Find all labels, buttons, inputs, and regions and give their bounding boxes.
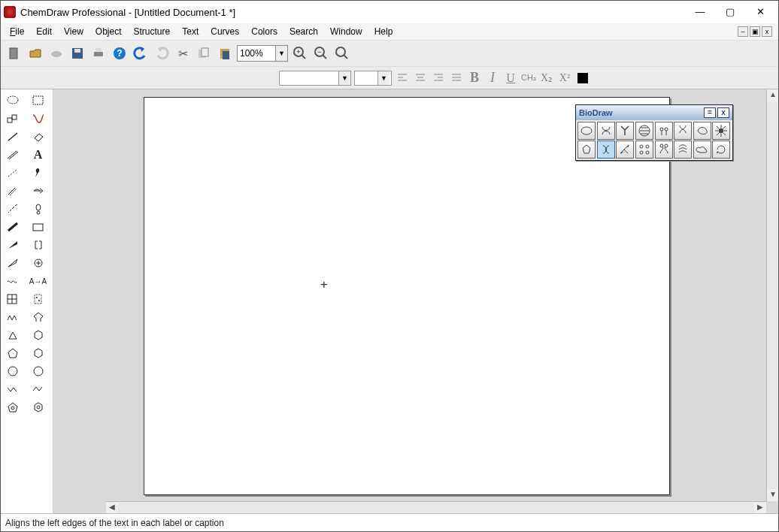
menu-edit[interactable]: Edit [30,25,58,38]
menu-help[interactable]: Help [368,25,399,38]
close-button[interactable]: ✕ [745,2,775,23]
pentagon-tool[interactable] [2,345,23,361]
marquee-tool[interactable] [28,92,49,109]
fragment-tool[interactable] [28,110,49,127]
text-tool[interactable]: A [28,147,49,163]
zoom-in-button[interactable]: + [291,44,309,62]
menu-object[interactable]: Object [89,25,128,38]
align-right-button[interactable] [431,71,446,86]
solid-bond-tool[interactable] [2,128,23,145]
chem-symbol-tool[interactable] [28,255,49,271]
open-button[interactable] [26,44,44,62]
atom-label-tool[interactable]: A→A [28,273,49,289]
mdi-close-button[interactable]: x [762,26,772,37]
scroll-left-button[interactable]: ◀ [106,502,118,514]
menu-curves[interactable]: Curves [205,25,245,38]
menu-file[interactable]: File [4,25,30,38]
hash-wedge-tool[interactable] [2,255,23,271]
multi-bond-tool[interactable] [2,147,23,163]
italic-button[interactable]: I [485,71,500,86]
bio-micelle-icon[interactable] [655,122,673,140]
bio-enzyme-icon[interactable] [693,122,711,140]
formula-button[interactable]: CH₂ [521,71,536,86]
new-button[interactable] [5,44,23,62]
bio-golgi-icon[interactable] [674,141,692,159]
print-button[interactable] [89,44,108,62]
chain-tool[interactable] [2,309,23,325]
eraser-tool[interactable] [28,128,49,145]
horizontal-scrollbar[interactable]: ◀ ▶ [106,501,766,513]
wedge-bond-tool[interactable] [2,201,23,217]
align-left-button[interactable] [395,71,410,86]
biodraw-header[interactable]: BioDraw = x [576,105,732,120]
subscript-button[interactable]: X₂ [539,71,554,86]
menu-text[interactable]: Text [176,25,205,38]
tlc-tool[interactable] [28,291,49,307]
struct-perspect-tool[interactable] [2,110,23,127]
biodraw-palette[interactable]: BioDraw = x [575,104,733,161]
orbital-tool[interactable] [28,201,49,217]
vertical-scrollbar[interactable]: ▲ ▼ [766,89,778,501]
bio-coil-icon[interactable] [635,122,653,140]
save-button[interactable] [68,44,86,62]
table-tool[interactable] [2,291,23,307]
zoom-dropdown[interactable]: ▼ [275,46,287,61]
size-dropdown[interactable]: ▼ [377,71,390,85]
document-area[interactable]: + BioDraw = x [53,89,778,513]
bio-cloud-icon[interactable] [693,141,711,159]
template-tool[interactable] [28,309,49,325]
bio-cycle-icon[interactable] [712,141,730,159]
chain-zigzag-tool[interactable] [2,381,23,397]
bio-receptor-icon[interactable] [597,122,615,140]
bio-antibody-icon[interactable] [616,122,634,140]
zoom-selector[interactable]: ▼ [237,45,288,62]
cloud-button[interactable] [47,44,65,62]
dashed-bond-tool[interactable] [2,165,23,181]
font-input[interactable] [280,71,338,85]
scroll-down-button[interactable]: ▼ [767,489,778,501]
underline-button[interactable]: U [503,71,518,86]
superscript-button[interactable]: X² [557,71,572,86]
font-dropdown[interactable]: ▼ [338,71,350,85]
pen-tool[interactable] [28,165,49,181]
minimize-button[interactable]: — [685,2,715,23]
paste-button[interactable] [216,44,234,62]
biodraw-close-button[interactable]: x [717,107,729,118]
vscroll-track[interactable] [767,101,777,489]
menu-search[interactable]: Search [283,25,324,38]
bio-blob-icon[interactable] [577,141,596,159]
bio-gprotein-icon[interactable] [597,141,615,159]
cut-button[interactable]: ✂ [174,44,192,62]
biodraw-min-button[interactable]: = [704,107,716,118]
poly-pentagon-tool[interactable] [2,399,23,416]
scroll-up-button[interactable]: ▲ [767,89,778,101]
help-button[interactable]: ? [111,44,129,62]
zoom-fit-button[interactable] [333,44,351,62]
font-selector[interactable]: ▼ [279,71,351,86]
menu-colors[interactable]: Colors [245,25,283,38]
dative-bond-tool[interactable] [2,183,23,199]
lasso-tool[interactable] [2,92,23,109]
cyclopentane-tool[interactable] [2,363,23,379]
mdi-restore-button[interactable]: ▣ [750,26,760,37]
size-input[interactable] [355,71,377,85]
zoom-out-button[interactable]: − [312,44,330,62]
align-center-button[interactable] [413,71,428,86]
menu-structure[interactable]: Structure [128,25,177,38]
cyclohexane-tool[interactable] [28,345,49,361]
wedge-solid-tool[interactable] [2,237,23,253]
hscroll-track[interactable] [118,503,754,513]
bold-button[interactable]: B [467,71,482,86]
size-selector[interactable]: ▼ [354,71,392,86]
maximize-button[interactable]: ▢ [715,2,745,23]
poly-hexagon-tool[interactable] [28,399,49,416]
bio-dna-icon[interactable] [674,122,692,140]
undo-button[interactable] [132,44,150,62]
redo-button[interactable] [153,44,171,62]
bold-bond-tool[interactable] [2,219,23,235]
bio-bonds-icon[interactable] [635,141,653,159]
mdi-minimize-button[interactable]: – [738,26,748,37]
triangle-tool[interactable] [2,327,23,343]
bio-ribbon-icon[interactable] [616,141,634,159]
align-justify-button[interactable] [449,71,464,86]
